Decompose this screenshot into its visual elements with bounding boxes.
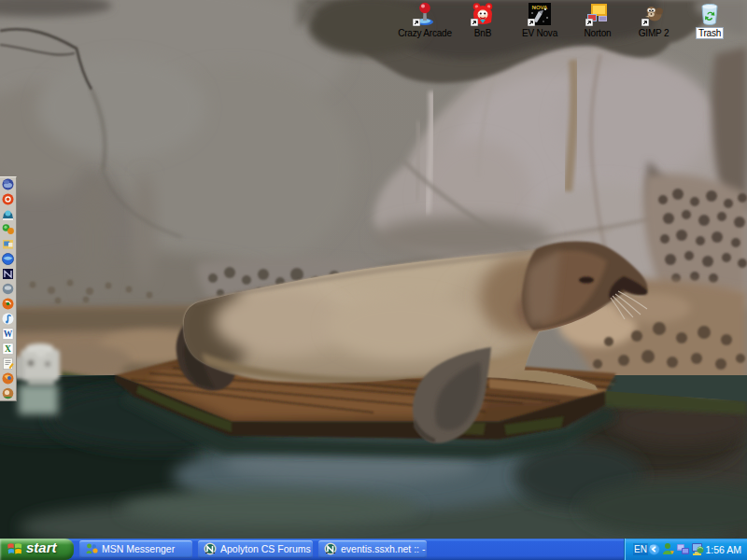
svg-text:X: X	[5, 344, 11, 354]
svg-text:W: W	[4, 329, 13, 339]
